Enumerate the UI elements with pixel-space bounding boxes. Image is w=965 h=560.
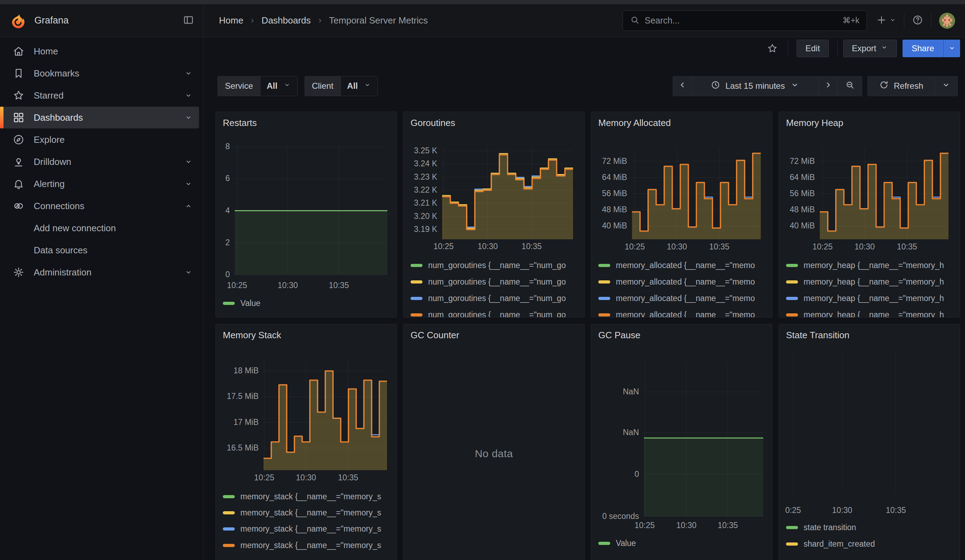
breadcrumb-home[interactable]: Home xyxy=(219,15,243,26)
sidebar-item-bookmarks[interactable]: Bookmarks xyxy=(3,62,199,84)
y-axis-tick-label: 3.20 K xyxy=(404,212,437,221)
legend-item[interactable]: memory_heap {__name__="memory_h xyxy=(786,277,944,286)
sidebar-item-data-sources[interactable]: Data sources xyxy=(3,239,199,261)
sidebar-item-dashboards[interactable]: Dashboards xyxy=(3,107,199,129)
legend-label: memory_stack {__name__="memory_s xyxy=(240,524,381,534)
panel-gc_pause: GC PauseNaNNaN00 seconds10:2510:3010:35V… xyxy=(591,324,772,560)
chart-plot[interactable] xyxy=(820,147,949,239)
legend-color-dash xyxy=(786,264,798,267)
y-axis-tick-label: 3.22 K xyxy=(404,185,437,195)
chevron-down-icon[interactable] xyxy=(184,158,193,166)
panel-mem_stack: Memory Stack18 MiB17.5 MiB17 MiB16.5 MiB… xyxy=(216,324,397,560)
legend-item[interactable]: memory_allocated {__name__="memo xyxy=(598,310,755,318)
chart-plot[interactable] xyxy=(783,350,956,493)
legend-color-dash xyxy=(411,297,422,300)
legend-item[interactable]: memory_allocated {__name__="memo xyxy=(598,277,755,286)
legend-label: memory_allocated {__name__="memo xyxy=(616,310,755,318)
sidebar-item-alerting[interactable]: Alerting xyxy=(3,173,199,195)
legend-item[interactable]: num_goroutines {__name__="num_go xyxy=(411,310,566,318)
gear-icon xyxy=(13,266,25,278)
y-axis-tick-label: 3.19 K xyxy=(404,225,437,234)
y-axis-tick-label: 18 MiB xyxy=(216,366,258,376)
breadcrumb-dashboards[interactable]: Dashboards xyxy=(262,15,311,26)
chart-plot[interactable] xyxy=(235,147,388,275)
legend-item[interactable]: num_goroutines {__name__="num_go xyxy=(411,277,566,286)
main-content: Edit Export Share Service All Client All xyxy=(203,38,965,560)
panel-title[interactable]: GC Counter xyxy=(411,330,460,341)
sidebar-item-administration[interactable]: Administration xyxy=(3,261,199,283)
legend-label: num_goroutines {__name__="num_go xyxy=(428,277,566,287)
legend-label: num_goroutines {__name__="num_go xyxy=(428,310,566,318)
x-axis-tick-label: 10:35 xyxy=(324,473,373,482)
legend-label: Value xyxy=(616,539,636,548)
chevron-down-icon[interactable] xyxy=(184,180,193,188)
help-button[interactable] xyxy=(912,15,923,27)
y-axis-tick-label: NaN xyxy=(591,428,639,437)
sidebar-item-label: Bookmarks xyxy=(34,68,184,79)
add-new-button[interactable] xyxy=(876,15,896,27)
sidebar-toggle-button[interactable] xyxy=(183,15,194,27)
grafana-logo[interactable] xyxy=(10,13,26,29)
legend-item[interactable]: num_goroutines {__name__="num_go xyxy=(411,294,566,303)
legend-color-dash xyxy=(598,542,610,545)
chevron-down-icon[interactable] xyxy=(184,69,193,78)
legend-item[interactable]: memory_stack {__name__="memory_s xyxy=(223,541,381,550)
y-axis-tick-label: 0 xyxy=(591,469,639,479)
sidebar-item-home[interactable]: Home xyxy=(3,40,199,62)
legend-color-dash xyxy=(223,544,235,547)
chevron-up-icon[interactable] xyxy=(184,202,193,210)
search-input[interactable] xyxy=(644,15,837,26)
legend-color-dash xyxy=(223,302,235,305)
legend-item[interactable]: memory_stack {__name__="memory_s xyxy=(223,492,381,501)
legend-item[interactable]: memory_allocated {__name__="memo xyxy=(598,294,755,303)
legend-color-dash xyxy=(598,280,610,284)
sidebar-item-drilldown[interactable]: Drilldown xyxy=(3,151,199,173)
y-axis-tick-label: 72 MiB xyxy=(591,157,627,166)
legend-label: state transition xyxy=(803,523,856,532)
legend-label: shard_item_created xyxy=(803,539,875,549)
bell-icon xyxy=(13,178,25,190)
chevron-right-icon xyxy=(316,16,324,25)
sidebar-item-connections[interactable]: Connections xyxy=(3,195,199,217)
y-axis-tick-label: 16.5 MiB xyxy=(216,443,258,452)
chevron-down-icon[interactable] xyxy=(184,113,193,122)
legend-item[interactable]: Value xyxy=(598,539,636,548)
legend-color-dash xyxy=(786,297,798,300)
legend-item[interactable]: memory_stack {__name__="memory_s xyxy=(223,524,381,533)
legend-item[interactable]: state transition xyxy=(786,523,856,532)
legend-color-dash xyxy=(786,542,798,545)
chart-plot[interactable] xyxy=(263,360,387,470)
x-axis-tick-label: 10:35 xyxy=(314,281,363,290)
legend-item[interactable]: memory_allocated {__name__="memo xyxy=(598,261,755,270)
chevron-down-icon[interactable] xyxy=(184,268,193,276)
legend-item[interactable]: memory_heap {__name__="memory_h xyxy=(786,310,944,318)
legend-item[interactable]: shard_item_created xyxy=(786,539,875,549)
legend-item[interactable]: memory_heap {__name__="memory_h xyxy=(786,261,944,270)
x-axis-tick-label: 10:30 xyxy=(818,506,867,515)
sidebar-item-add-new-connection[interactable]: Add new connection xyxy=(3,217,199,239)
dashboard-grid: Restarts8642010:2510:3010:35ValueGorouti… xyxy=(203,38,965,560)
chart-plot[interactable] xyxy=(442,147,573,239)
y-axis-tick-label: 48 MiB xyxy=(591,205,627,214)
legend-item[interactable]: num_goroutines {__name__="num_go xyxy=(411,261,566,270)
user-avatar[interactable] xyxy=(939,13,955,29)
x-axis-tick-label: 10:25 xyxy=(798,242,847,251)
chart-plot[interactable] xyxy=(644,360,763,516)
legend-label: memory_stack {__name__="memory_s xyxy=(240,541,381,550)
legend-item[interactable]: memory_stack {__name__="memory_s xyxy=(223,508,381,517)
panel-state_transition: State Transition0:2510:3010:35state tran… xyxy=(779,324,960,560)
search-box[interactable]: ⌘+k xyxy=(623,11,867,31)
legend-item[interactable]: Value xyxy=(223,299,260,308)
chevron-down-icon[interactable] xyxy=(184,91,193,100)
sidebar-nav: HomeBookmarksStarredDashboardsExploreDri… xyxy=(0,38,203,560)
y-axis-tick-label: 56 MiB xyxy=(779,189,815,198)
sidebar-item-starred[interactable]: Starred xyxy=(3,85,199,106)
chart-plot[interactable] xyxy=(632,147,761,239)
sidebar-item-explore[interactable]: Explore xyxy=(3,129,199,150)
breadcrumb-current: Temporal Server Metrics xyxy=(329,15,428,26)
y-axis-tick-label: 17 MiB xyxy=(216,418,258,427)
legend-item[interactable]: memory_heap {__name__="memory_h xyxy=(786,294,944,303)
panel-mem_allocated: Memory Allocated72 MiB64 MiB56 MiB48 MiB… xyxy=(591,112,772,318)
legend-color-dash xyxy=(786,280,798,284)
x-axis-tick-label: 10:25 xyxy=(419,242,468,251)
